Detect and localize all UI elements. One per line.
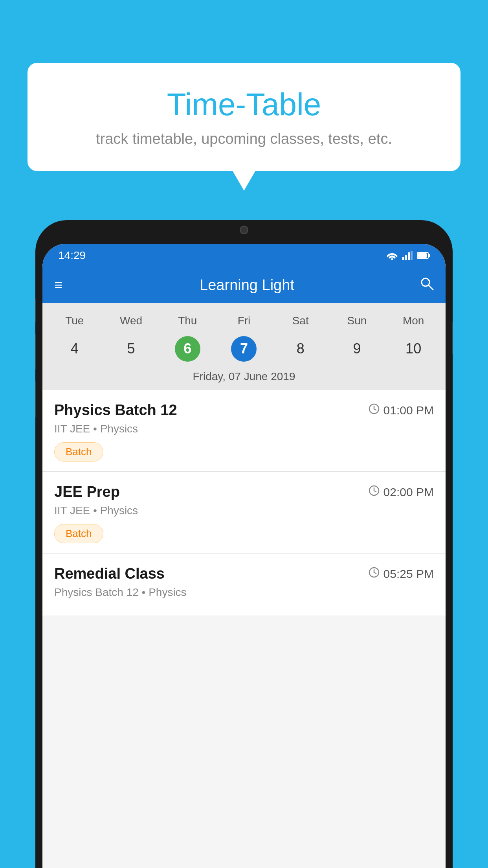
date-10[interactable]: 10 — [385, 335, 442, 362]
day-mon[interactable]: Mon — [385, 311, 442, 331]
class-card-1[interactable]: Physics Batch 12 01:00 PM IIT JEE • Phys… — [42, 390, 446, 472]
calendar-strip: Tue Wed Thu Fri Sat Sun Mon 4 5 6 7 8 9 … — [42, 303, 446, 390]
svg-rect-7 — [418, 253, 427, 258]
class-time-1: 01:00 PM — [369, 403, 434, 417]
day-sat[interactable]: Sat — [272, 311, 329, 331]
phone-frame: 14:29 — [35, 220, 453, 868]
calendar-dates: 4 5 6 7 8 9 10 — [42, 331, 446, 366]
clock-icon-1 — [369, 403, 380, 417]
class-name-2: JEE Prep — [54, 484, 120, 500]
app-bar: ≡ Learning Light — [42, 267, 446, 303]
speech-bubble-container: Time-Table track timetable, upcoming cla… — [28, 63, 460, 171]
class-card-3-header: Remedial Class 05:25 PM — [54, 565, 434, 582]
day-sun[interactable]: Sun — [329, 311, 385, 331]
date-7[interactable]: 7 — [216, 335, 272, 362]
class-subtitle-2: IIT JEE • Physics — [54, 504, 434, 517]
hamburger-icon[interactable]: ≡ — [54, 277, 62, 293]
class-time-text-1: 01:00 PM — [383, 404, 434, 417]
class-time-3: 05:25 PM — [369, 567, 434, 581]
clock-icon-3 — [369, 567, 380, 581]
class-time-2: 02:00 PM — [369, 485, 434, 499]
class-name-1: Physics Batch 12 — [54, 402, 177, 419]
class-subtitle-1: IIT JEE • Physics — [54, 423, 434, 435]
svg-rect-2 — [405, 255, 407, 260]
date-5[interactable]: 5 — [103, 335, 160, 362]
clock-icon-2 — [369, 485, 380, 499]
calendar-date-label: Friday, 07 June 2019 — [42, 366, 446, 390]
class-card-2[interactable]: JEE Prep 02:00 PM IIT JEE • Physics Batc… — [42, 472, 446, 554]
signal-icon — [402, 251, 413, 260]
svg-rect-1 — [402, 257, 404, 260]
phone-screen: 14:29 — [42, 244, 446, 868]
power-button — [452, 322, 453, 354]
phone-notch — [218, 220, 270, 240]
date-selected-7[interactable]: 7 — [231, 336, 257, 362]
volume-up-button — [35, 299, 36, 322]
page-title: Time-Table — [43, 86, 445, 123]
search-icon[interactable] — [420, 276, 434, 294]
class-card-2-header: JEE Prep 02:00 PM — [54, 484, 434, 500]
day-wed[interactable]: Wed — [103, 311, 160, 331]
date-4[interactable]: 4 — [46, 335, 103, 362]
speech-bubble: Time-Table track timetable, upcoming cla… — [28, 63, 460, 171]
batch-tag-1: Batch — [54, 442, 103, 462]
date-today-6[interactable]: 6 — [175, 336, 200, 362]
class-name-3: Remedial Class — [54, 565, 165, 582]
page-subtitle: track timetable, upcoming classes, tests… — [43, 131, 445, 147]
svg-point-0 — [391, 258, 393, 260]
class-card-3[interactable]: Remedial Class 05:25 PM Physics Batch 12… — [42, 554, 446, 616]
front-camera — [240, 226, 248, 234]
day-fri[interactable]: Fri — [216, 311, 272, 331]
svg-rect-4 — [411, 251, 413, 260]
date-6[interactable]: 6 — [159, 335, 216, 362]
class-time-text-3: 05:25 PM — [383, 567, 434, 581]
date-8[interactable]: 8 — [272, 335, 329, 362]
app-bar-title: Learning Light — [74, 277, 420, 294]
day-tue[interactable]: Tue — [46, 311, 103, 331]
day-thu[interactable]: Thu — [159, 311, 216, 331]
batch-tag-2: Batch — [54, 524, 103, 543]
class-list: Physics Batch 12 01:00 PM IIT JEE • Phys… — [42, 390, 446, 616]
class-card-1-header: Physics Batch 12 01:00 PM — [54, 402, 434, 419]
class-subtitle-3: Physics Batch 12 • Physics — [54, 586, 434, 599]
battery-icon — [417, 252, 430, 259]
volume-down-button — [35, 334, 36, 370]
calendar-days-header: Tue Wed Thu Fri Sat Sun Mon — [42, 311, 446, 331]
date-9[interactable]: 9 — [329, 335, 385, 362]
status-time: 14:29 — [58, 249, 86, 262]
svg-rect-6 — [428, 254, 430, 257]
svg-line-9 — [429, 285, 433, 290]
svg-rect-3 — [408, 252, 410, 260]
status-icons — [386, 251, 430, 260]
silent-button — [35, 381, 36, 417]
status-bar: 14:29 — [42, 244, 446, 267]
class-time-text-2: 02:00 PM — [383, 485, 434, 499]
wifi-icon — [386, 251, 398, 260]
